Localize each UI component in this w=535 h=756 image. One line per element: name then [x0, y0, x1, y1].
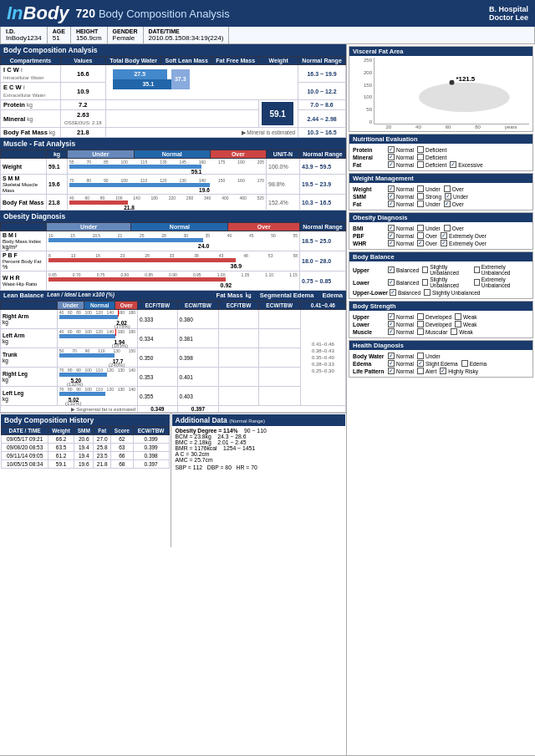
bb-title: Body Balance: [349, 252, 532, 261]
bca-mineral-value: 2.63OSSEOUS: 2.18: [60, 110, 105, 128]
wm-fat-normal-text: Normal: [396, 201, 414, 207]
bs-lower-row: Lower Normal Developed Weak: [353, 321, 529, 327]
ob-whr-normal: 0.75 ~ 0.85: [300, 271, 346, 291]
hd-edema-slight-text: Slight Edema: [425, 361, 458, 367]
ne-protein-deficient: [417, 146, 424, 153]
bb-ul-balanced: [390, 289, 396, 296]
bca-col-compartments: Compartments: [1, 57, 61, 65]
lean-left-arm-seg-ecw: [258, 329, 300, 348]
hist-r3-score: 66: [110, 452, 133, 460]
ob-bmi-bar-cell: 101518.5212528303540455055 24.0: [47, 231, 300, 251]
bb-lower-extremely-text: Extremely Unbalanced: [482, 277, 527, 288]
hist-col-date: DATE / TIME: [2, 427, 48, 435]
lean-trunk-ecw: 0.398: [177, 348, 219, 368]
datetime-label: DATE/TIME: [149, 28, 224, 34]
ob-bmi-label-r: BMI: [353, 226, 386, 231]
lean-col-ecwtbw-header: ECW/TBW: [177, 302, 219, 310]
ob-whr-bar-cell: 0.650.700.750.800.850.900.951.001.051.10…: [47, 271, 300, 291]
hd-edema-normal: [388, 360, 395, 367]
hist-r4-ecw: 0.397: [133, 460, 169, 469]
history-table: DATE / TIME Weight SMM Fat Score ECW/TBW…: [1, 426, 170, 469]
lean-right-arm-bar: 406080100120140160180 2.02 (178%): [57, 310, 137, 329]
ffm-bar: 37.3: [171, 69, 190, 89]
ob-bmi-normal: 18.5 ~ 25.0: [300, 231, 346, 251]
bb-lower-slightly-text: Slightly Unbalanced: [430, 277, 471, 288]
bca-protein-bar-cell: [105, 100, 258, 110]
wm-smm-normal-text: Normal: [396, 194, 414, 200]
lean-right-arm-fat: 0.333: [138, 310, 177, 329]
age-label: AGE: [53, 28, 65, 34]
weight-mgmt-section: Weight Management Weight Normal Under Ov…: [349, 173, 533, 211]
hd-life-normal-text: Normal: [396, 368, 414, 374]
wm-smm-strong: [417, 193, 424, 200]
vf-chart-svg: *121.5: [374, 58, 529, 124]
ob-pbf-label: P B FPercent Body Fat%: [1, 251, 47, 271]
bb-lower-slightly: [422, 279, 428, 286]
mf-bfm-value: 21.8: [47, 195, 68, 211]
hist-r3-weight: 61.2: [48, 452, 74, 460]
bs-upper-weak-text: Weak: [463, 314, 477, 320]
ne-fat-excessive-text: Excessive: [458, 162, 482, 168]
lean-right-arm-seg-ecf: [219, 310, 258, 329]
lean-left-arm-label: Left Armkg: [1, 329, 58, 348]
ne-fat-label: Fat: [353, 162, 386, 168]
hist-r4-smm: 19.6: [74, 460, 94, 469]
ne-title: Nutritional Evaluation: [349, 134, 532, 144]
bca-col-values: Values: [60, 57, 105, 65]
mf-weight-label: Weight: [1, 159, 47, 175]
bca-col-normal: Normal Range: [298, 57, 346, 65]
bb-lower-label: Lower: [353, 280, 386, 286]
ob-whr-ext-over: [441, 240, 447, 246]
ob-diag-content: BMI Normal Under Over PBF Normal Over Ex…: [349, 222, 532, 249]
ob-col-normal-range: Normal Range: [300, 223, 346, 231]
bs-muscle-weak: [451, 328, 457, 335]
svg-point-0: [419, 83, 510, 113]
ob-col-over: Over: [228, 223, 300, 231]
vf-content: 250200150100500 *121.5: [349, 56, 532, 131]
lean-trunk-seg-ecw: [258, 348, 300, 368]
wm-fat-label: Fat: [353, 201, 386, 207]
hist-r1-date: 09/05/17 09:21: [2, 435, 48, 444]
mf-col-name: [1, 150, 47, 159]
hist-r3-fat: 23.5: [94, 452, 111, 460]
bs-lower-normal-text: Normal: [396, 322, 414, 327]
wm-weight-over: [444, 185, 451, 192]
vf-title: Visceral Fat Area: [349, 47, 532, 56]
lean-left-leg-fat: 0.355: [138, 387, 177, 406]
lean-right-arm-ecw: 0.380: [177, 310, 219, 329]
lean-left-leg-bar: 708090100110120130140 5.02 (131%): [57, 387, 137, 406]
bca-col-tbw: Total Body Water: [105, 57, 161, 65]
ne-protein-label: Protein: [353, 147, 386, 153]
vf-chart-area: *121.5: [374, 58, 529, 124]
height-value: 156.9cm: [76, 34, 102, 42]
ob-row-whr: W H RWaist-Hip Ratio 0.650.700.750.800.8…: [1, 271, 346, 291]
bca-mineral-bar-cell: [105, 110, 258, 128]
bottom-section: Body Composition History DATE / TIME Wei…: [0, 413, 346, 547]
ob-pbf-ext-over-text: Extremely Over: [449, 233, 487, 239]
hist-r4-date: 10/05/15 08:34: [2, 460, 48, 469]
ob-table: Under Normal Over Normal Range B M IBody…: [0, 222, 346, 291]
lean-right-arm-seg-ecw: [258, 310, 300, 329]
lean-total-ecw: 0.397: [177, 406, 219, 413]
lean-left-arm-bar: 406080100120140160180 1.94 (183%): [57, 329, 137, 348]
additional-content: Obesity Degree = 114% 90 ~ 110 BCM = 23.…: [172, 426, 346, 472]
bca-protein-label: Protein kg: [1, 100, 61, 110]
ac: A C = 30.2cm: [176, 451, 343, 457]
wm-fat-under-text: Under: [425, 201, 441, 207]
ob-pbf-over-text: Over: [425, 233, 437, 239]
ob-whr-label-r: WHR: [353, 241, 386, 246]
bca-fat-normal: 10.3 ~ 16.5: [298, 128, 346, 138]
bb-lower-row: Lower Balanced Slightly Unbalanced Extre…: [353, 277, 529, 288]
hist-r4-weight: 59.1: [48, 460, 74, 469]
ob-whr-ext-over-text: Extremely Over: [449, 241, 487, 246]
hist-r1-ecw: 0.399: [133, 435, 169, 444]
lean-row-left-leg: Left Legkg 708090100110120130140 5.02 (1…: [1, 387, 346, 406]
hd-water-normal-text: Normal: [396, 353, 414, 359]
wm-weight-row: Weight Normal Under Over: [353, 185, 529, 192]
lean-total-ecf: 0.349: [138, 406, 177, 413]
hist-r1-score: 62: [110, 435, 133, 444]
doctor-name: Doctor Lee: [489, 13, 528, 22]
hd-life-row: Life Pattern Normal Alert Highly Risky: [353, 368, 529, 374]
mf-bfm-normal: 10.3 ~ 16.5: [300, 195, 346, 211]
bb-lower-balanced-text: Balanced: [396, 280, 419, 286]
